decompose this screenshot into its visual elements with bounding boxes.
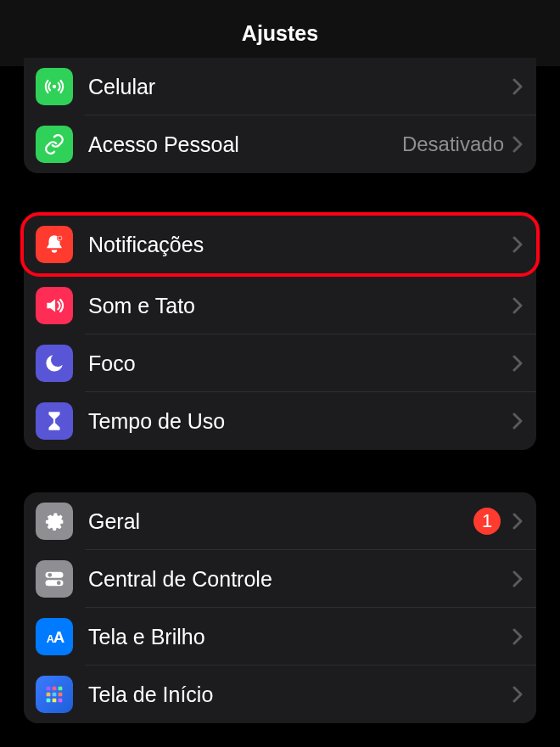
chevron-right-icon [512, 136, 523, 153]
svg-rect-13 [47, 693, 51, 697]
row-label: Celular [88, 75, 512, 99]
chevron-right-icon [512, 686, 523, 703]
row-label: Tela de Início [88, 682, 512, 707]
row-label: Tempo de Uso [88, 409, 512, 434]
row-label: Tela e Brilho [88, 625, 512, 649]
grid-icon [36, 676, 73, 713]
svg-rect-12 [59, 687, 63, 691]
bell-icon [36, 226, 73, 263]
svg-point-3 [58, 236, 61, 239]
chevron-right-icon [512, 355, 523, 372]
svg-rect-16 [47, 699, 51, 703]
chevron-right-icon [512, 413, 523, 430]
settings-group-alerts: Notificações Som e Tato [24, 212, 536, 450]
svg-rect-11 [53, 687, 57, 691]
settings-group-connectivity: Celular Acesso Pessoal Desativado [24, 58, 536, 173]
highlight-notifications: Notificações [20, 212, 540, 277]
svg-text:A: A [53, 628, 64, 646]
chevron-right-icon [512, 513, 523, 530]
toggles-icon [36, 560, 73, 598]
row-label: Acesso Pessoal [88, 132, 402, 157]
svg-rect-17 [53, 699, 57, 703]
gear-icon [36, 503, 73, 540]
chevron-right-icon [512, 297, 523, 314]
notification-badge: 1 [473, 508, 501, 535]
row-display[interactable]: A A Tela e Brilho [24, 608, 536, 666]
antenna-icon [36, 68, 73, 105]
row-label: Notificações [88, 233, 512, 257]
speaker-icon [36, 287, 73, 324]
row-notifications[interactable]: Notificações [24, 219, 536, 270]
hourglass-icon [36, 402, 73, 440]
page-title: Ajustes [242, 21, 318, 46]
svg-rect-18 [59, 699, 63, 703]
chevron-right-icon [512, 236, 523, 253]
svg-point-0 [53, 85, 56, 88]
svg-rect-10 [47, 687, 51, 691]
row-control-center[interactable]: Central de Controle [24, 550, 536, 608]
svg-point-5 [48, 573, 52, 577]
row-screen-time[interactable]: Tempo de Uso [24, 392, 536, 450]
row-general[interactable]: Geral 1 [24, 492, 536, 550]
row-label: Som e Tato [88, 294, 512, 318]
link-icon [36, 126, 73, 163]
row-personal-hotspot[interactable]: Acesso Pessoal Desativado [24, 115, 536, 173]
row-label: Central de Controle [88, 567, 512, 592]
chevron-right-icon [512, 78, 523, 95]
chevron-right-icon [512, 570, 523, 587]
chevron-right-icon [512, 628, 523, 645]
row-cellular[interactable]: Celular [24, 58, 536, 115]
header: Ajustes [0, 0, 560, 66]
moon-icon [36, 345, 73, 382]
row-value: Desativado [402, 132, 504, 156]
settings-content: Celular Acesso Pessoal Desativado [0, 58, 560, 723]
svg-rect-15 [59, 693, 63, 697]
row-label: Geral [88, 509, 473, 534]
settings-group-system: Geral 1 Central de Controle [24, 492, 536, 723]
svg-rect-14 [53, 693, 57, 697]
row-label: Foco [88, 351, 512, 376]
row-focus[interactable]: Foco [24, 334, 536, 392]
row-home-screen[interactable]: Tela de Início [24, 666, 536, 723]
text-size-icon: A A [36, 618, 73, 655]
svg-point-7 [57, 581, 61, 585]
row-sounds[interactable]: Som e Tato [24, 277, 536, 334]
